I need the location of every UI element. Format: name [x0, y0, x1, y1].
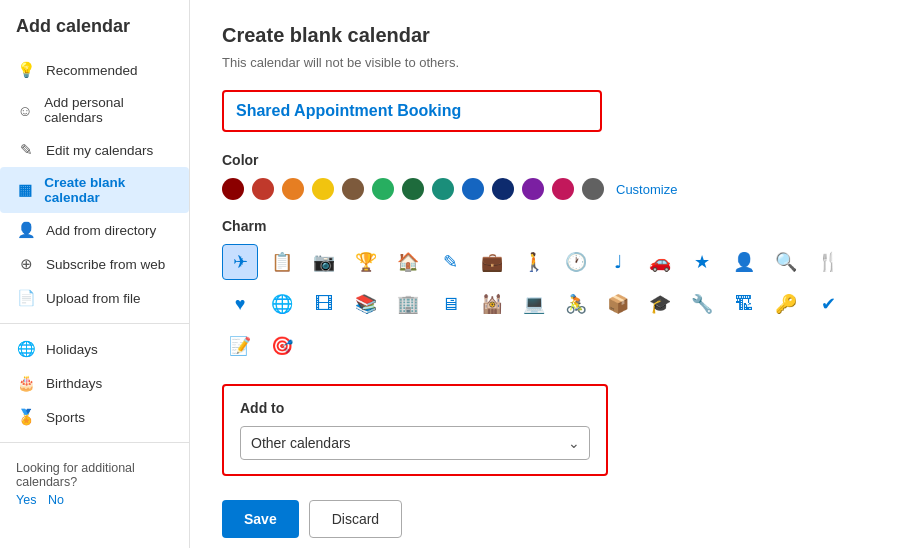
sidebar-label-birthdays: Birthdays: [46, 376, 102, 391]
color-dot-teal[interactable]: [432, 178, 454, 200]
charm-item-30[interactable]: 📝: [222, 328, 258, 364]
color-dot-yellow[interactable]: [312, 178, 334, 200]
charm-item-28[interactable]: 🔑: [768, 286, 804, 322]
charm-item-31[interactable]: 🎯: [264, 328, 300, 364]
charm-item-10[interactable]: 🚗: [642, 244, 678, 280]
charm-item-2[interactable]: 📷: [306, 244, 342, 280]
charm-item-18[interactable]: 📚: [348, 286, 384, 322]
color-dot-purple[interactable]: [522, 178, 544, 200]
charm-item-4[interactable]: 🏠: [390, 244, 426, 280]
charm-item-3[interactable]: 🏆: [348, 244, 384, 280]
footer-text: Looking for additional calendars?: [16, 461, 173, 489]
charm-item-17[interactable]: 🎞: [306, 286, 342, 322]
sidebar-icon-sports: 🏅: [16, 408, 36, 426]
color-dot-pink[interactable]: [552, 178, 574, 200]
color-dot-green[interactable]: [372, 178, 394, 200]
charm-item-19[interactable]: 🏢: [390, 286, 426, 322]
color-dot-blue[interactable]: [462, 178, 484, 200]
charm-item-24[interactable]: 📦: [600, 286, 636, 322]
sidebar-footer: Looking for additional calendars? Yes No: [0, 451, 189, 517]
sidebar-title: Add calendar: [0, 16, 189, 53]
charm-item-8[interactable]: 🕐: [558, 244, 594, 280]
charm-item-22[interactable]: 💻: [516, 286, 552, 322]
footer-yes-link[interactable]: Yes: [16, 493, 36, 507]
dropdown-wrapper: My calendarsOther calendars: [240, 426, 590, 460]
charm-item-26[interactable]: 🔧: [684, 286, 720, 322]
charm-item-27[interactable]: 🏗: [726, 286, 762, 322]
charm-item-5[interactable]: ✎: [432, 244, 468, 280]
page-title: Create blank calendar: [222, 24, 870, 47]
sidebar-label-subscribe-web: Subscribe from web: [46, 257, 165, 272]
sidebar-icon-edit-my: ✎: [16, 141, 36, 159]
sidebar-label-create-blank: Create blank calendar: [44, 175, 173, 205]
sidebar-item-create-blank[interactable]: ▦Create blank calendar: [0, 167, 189, 213]
sidebar-label-add-personal: Add personal calendars: [44, 95, 173, 125]
discard-button[interactable]: Discard: [309, 500, 402, 538]
charm-grid: ✈📋📷🏆🏠✎💼🚶🕐♩🚗★👤🔍🍴♥🌐🎞📚🏢🖥🕍💻🚴📦🎓🔧🏗🔑✔📝🎯: [222, 244, 870, 364]
sidebar-divider-mid: [0, 323, 189, 324]
color-dot-dark-green[interactable]: [402, 178, 424, 200]
sidebar: Add calendar 💡Recommended☺Add personal c…: [0, 0, 190, 548]
sidebar-icon-holidays: 🌐: [16, 340, 36, 358]
charm-item-6[interactable]: 💼: [474, 244, 510, 280]
charm-item-20[interactable]: 🖥: [432, 286, 468, 322]
sidebar-label-sports: Sports: [46, 410, 85, 425]
color-dot-brown[interactable]: [342, 178, 364, 200]
customize-link[interactable]: Customize: [616, 182, 677, 197]
add-to-dropdown[interactable]: My calendarsOther calendars: [240, 426, 590, 460]
sidebar-item-sports[interactable]: 🏅Sports: [0, 400, 189, 434]
charm-item-1[interactable]: 📋: [264, 244, 300, 280]
button-row: Save Discard: [222, 500, 870, 538]
sidebar-item-holidays[interactable]: 🌐Holidays: [0, 332, 189, 366]
color-dot-red[interactable]: [252, 178, 274, 200]
color-dot-orange[interactable]: [282, 178, 304, 200]
charm-item-15[interactable]: ♥: [222, 286, 258, 322]
sidebar-item-recommended[interactable]: 💡Recommended: [0, 53, 189, 87]
charm-item-23[interactable]: 🚴: [558, 286, 594, 322]
sidebar-item-birthdays[interactable]: 🎂Birthdays: [0, 366, 189, 400]
charm-item-9[interactable]: ♩: [600, 244, 636, 280]
sidebar-label-add-directory: Add from directory: [46, 223, 156, 238]
sidebar-label-edit-my: Edit my calendars: [46, 143, 153, 158]
color-dot-dark-red[interactable]: [222, 178, 244, 200]
sidebar-icon-add-personal: ☺: [16, 102, 34, 119]
color-dot-dark-blue[interactable]: [492, 178, 514, 200]
add-to-box: Add to My calendarsOther calendars: [222, 384, 608, 476]
charm-label: Charm: [222, 218, 870, 234]
charm-item-7[interactable]: 🚶: [516, 244, 552, 280]
sidebar-icon-recommended: 💡: [16, 61, 36, 79]
sidebar-item-add-personal[interactable]: ☺Add personal calendars: [0, 87, 189, 133]
sidebar-icon-subscribe-web: ⊕: [16, 255, 36, 273]
sidebar-label-recommended: Recommended: [46, 63, 138, 78]
save-button[interactable]: Save: [222, 500, 299, 538]
sidebar-item-edit-my[interactable]: ✎Edit my calendars: [0, 133, 189, 167]
color-dot-dark-gray[interactable]: [582, 178, 604, 200]
sidebar-icon-create-blank: ▦: [16, 181, 34, 199]
charm-item-11[interactable]: ★: [684, 244, 720, 280]
color-label: Color: [222, 152, 870, 168]
footer-no-link[interactable]: No: [48, 493, 64, 507]
main-content: Create blank calendar This calendar will…: [190, 0, 902, 548]
charm-item-0[interactable]: ✈: [222, 244, 258, 280]
subtitle-text: This calendar will not be visible to oth…: [222, 55, 870, 70]
charm-item-12[interactable]: 👤: [726, 244, 762, 280]
sidebar-label-holidays: Holidays: [46, 342, 98, 357]
add-to-label: Add to: [240, 400, 590, 416]
charm-item-13[interactable]: 🔍: [768, 244, 804, 280]
charm-item-16[interactable]: 🌐: [264, 286, 300, 322]
sidebar-label-upload-file: Upload from file: [46, 291, 141, 306]
sidebar-item-upload-file[interactable]: 📄Upload from file: [0, 281, 189, 315]
sidebar-item-add-directory[interactable]: 👤Add from directory: [0, 213, 189, 247]
sidebar-divider: [0, 442, 189, 443]
sidebar-icon-add-directory: 👤: [16, 221, 36, 239]
charm-item-25[interactable]: 🎓: [642, 286, 678, 322]
color-picker-row: Customize: [222, 178, 870, 200]
sidebar-icon-birthdays: 🎂: [16, 374, 36, 392]
charm-item-29[interactable]: ✔: [810, 286, 846, 322]
charm-item-21[interactable]: 🕍: [474, 286, 510, 322]
calendar-name-input[interactable]: [222, 90, 602, 132]
sidebar-item-subscribe-web[interactable]: ⊕Subscribe from web: [0, 247, 189, 281]
charm-item-14[interactable]: 🍴: [810, 244, 846, 280]
sidebar-icon-upload-file: 📄: [16, 289, 36, 307]
